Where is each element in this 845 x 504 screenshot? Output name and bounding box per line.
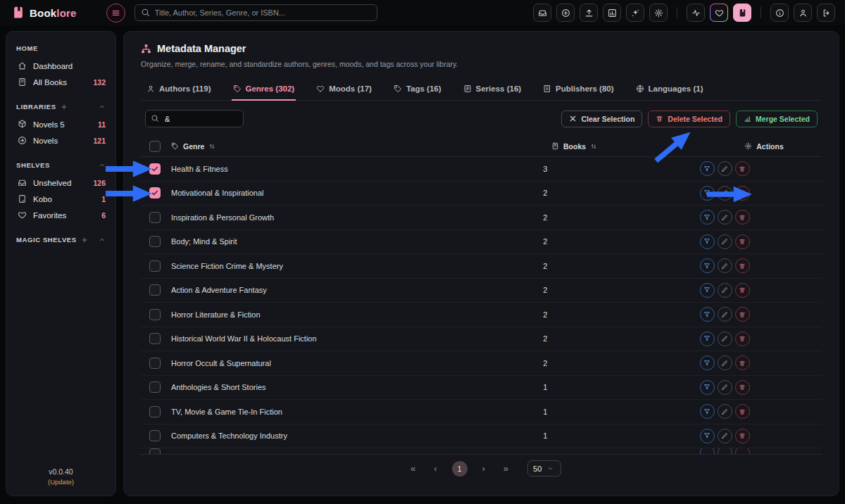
row-delete-button[interactable] bbox=[735, 448, 750, 454]
page-next-button[interactable]: › bbox=[473, 463, 494, 474]
logout-button[interactable] bbox=[817, 4, 835, 22]
account-button[interactable] bbox=[794, 4, 812, 22]
row-edit-button[interactable] bbox=[718, 404, 732, 419]
row-delete-button[interactable] bbox=[735, 404, 750, 419]
chevron-up-icon[interactable] bbox=[99, 103, 106, 111]
update-link[interactable]: (Update) bbox=[6, 478, 115, 486]
row-merge-button[interactable] bbox=[700, 258, 715, 273]
add-library-icon[interactable] bbox=[61, 103, 68, 111]
row-merge-button[interactable] bbox=[700, 429, 715, 443]
sidebar-item-all-books[interactable]: All Books 132 bbox=[15, 74, 107, 90]
add-magic-shelf-icon[interactable] bbox=[81, 237, 88, 244]
row-checkbox[interactable] bbox=[149, 448, 161, 454]
activity-button[interactable] bbox=[687, 4, 705, 22]
row-merge-button[interactable] bbox=[700, 161, 715, 176]
row-checkbox[interactable] bbox=[149, 212, 161, 223]
row-edit-button[interactable] bbox=[718, 355, 732, 370]
row-delete-button[interactable] bbox=[735, 258, 750, 273]
page-size-select[interactable]: 50 bbox=[527, 460, 561, 477]
row-merge-button[interactable] bbox=[700, 355, 715, 370]
row-checkbox[interactable] bbox=[149, 187, 161, 199]
row-delete-button[interactable] bbox=[735, 210, 750, 225]
tab-publishers[interactable]: Publishers (80) bbox=[542, 80, 615, 101]
select-all-checkbox[interactable] bbox=[149, 141, 161, 152]
delete-selected-button[interactable]: Delete Selected bbox=[648, 111, 730, 127]
genre-filter-input[interactable] bbox=[145, 110, 244, 127]
row-merge-button[interactable] bbox=[700, 332, 715, 346]
tab-tags[interactable]: Tags (16) bbox=[392, 80, 443, 101]
add-button[interactable] bbox=[556, 4, 575, 22]
row-edit-button[interactable] bbox=[718, 210, 732, 225]
library-button[interactable] bbox=[733, 4, 751, 22]
row-delete-button[interactable] bbox=[735, 307, 750, 322]
sidebar-item-favorites[interactable]: Favorites 6 bbox=[15, 207, 107, 223]
global-search-input[interactable] bbox=[134, 4, 377, 21]
row-edit-button[interactable] bbox=[718, 161, 732, 176]
row-delete-button[interactable] bbox=[735, 380, 750, 395]
row-delete-button[interactable] bbox=[735, 429, 750, 443]
page-number-button[interactable]: 1 bbox=[452, 461, 468, 477]
tab-authors[interactable]: Authors (119) bbox=[145, 80, 213, 101]
row-merge-button[interactable] bbox=[700, 234, 715, 249]
row-checkbox[interactable] bbox=[149, 163, 161, 175]
sidebar-item-kobo[interactable]: Kobo 1 bbox=[15, 191, 107, 207]
row-checkbox[interactable] bbox=[149, 309, 161, 320]
row-checkbox[interactable] bbox=[149, 382, 161, 393]
row-delete-button[interactable] bbox=[735, 186, 750, 201]
page-last-button[interactable]: » bbox=[494, 463, 518, 474]
row-merge-button[interactable] bbox=[700, 283, 715, 298]
chevron-up-icon[interactable] bbox=[99, 237, 106, 244]
sidebar-item-unshelved[interactable]: Unshelved 126 bbox=[15, 175, 107, 191]
row-checkbox[interactable] bbox=[149, 406, 161, 417]
row-delete-button[interactable] bbox=[735, 332, 750, 346]
clear-selection-button[interactable]: Clear Selection bbox=[561, 111, 642, 127]
chevron-up-icon[interactable] bbox=[99, 162, 106, 169]
sidebar-item-novels[interactable]: Novels 121 bbox=[15, 132, 107, 149]
row-merge-button[interactable] bbox=[700, 448, 715, 454]
row-edit-button[interactable] bbox=[718, 380, 732, 395]
sidebar-item-novels-5[interactable]: Novels 5 11 bbox=[15, 116, 107, 132]
row-merge-button[interactable] bbox=[700, 380, 715, 395]
row-edit-button[interactable] bbox=[718, 332, 732, 346]
upload-button[interactable] bbox=[580, 4, 598, 22]
sidebar-item-dashboard[interactable]: Dashboard bbox=[15, 58, 107, 74]
stats-button[interactable] bbox=[603, 4, 621, 22]
tab-genres[interactable]: Genres (302) bbox=[232, 80, 296, 101]
books-column-header[interactable]: Books bbox=[551, 142, 692, 151]
row-edit-button[interactable] bbox=[718, 234, 732, 249]
page-prev-button[interactable]: ‹ bbox=[425, 463, 446, 474]
row-checkbox[interactable] bbox=[149, 358, 161, 369]
row-edit-button[interactable] bbox=[718, 429, 732, 443]
sidebar-toggle-button[interactable] bbox=[106, 4, 125, 23]
sort-icon[interactable] bbox=[590, 143, 597, 150]
row-edit-button[interactable] bbox=[718, 307, 732, 322]
settings-button[interactable] bbox=[649, 4, 668, 22]
row-merge-button[interactable] bbox=[700, 307, 715, 322]
tab-seriess[interactable]: Seriess (16) bbox=[462, 80, 523, 101]
row-merge-button[interactable] bbox=[700, 186, 715, 201]
row-delete-button[interactable] bbox=[735, 355, 750, 370]
merge-selected-button[interactable]: Merge Selected bbox=[736, 111, 818, 127]
row-checkbox[interactable] bbox=[149, 430, 161, 441]
magic-button[interactable] bbox=[626, 4, 644, 22]
row-edit-button[interactable] bbox=[718, 258, 732, 273]
row-checkbox[interactable] bbox=[149, 260, 161, 272]
row-delete-button[interactable] bbox=[735, 234, 750, 249]
favorites-button[interactable] bbox=[710, 4, 728, 22]
row-merge-button[interactable] bbox=[700, 404, 715, 419]
row-edit-button[interactable] bbox=[718, 283, 732, 298]
row-checkbox[interactable] bbox=[149, 284, 161, 296]
row-edit-button[interactable] bbox=[718, 186, 732, 201]
inbox-button[interactable] bbox=[533, 4, 551, 22]
genre-column-header[interactable]: Genre bbox=[171, 142, 551, 151]
row-delete-button[interactable] bbox=[735, 283, 750, 298]
info-button[interactable] bbox=[770, 4, 789, 22]
row-delete-button[interactable] bbox=[735, 161, 750, 176]
row-merge-button[interactable] bbox=[700, 210, 715, 225]
tab-languages[interactable]: Languages (1) bbox=[634, 80, 705, 101]
sort-icon[interactable] bbox=[208, 143, 215, 150]
app-logo[interactable]: Booklore bbox=[11, 6, 77, 20]
page-first-button[interactable]: « bbox=[401, 463, 425, 474]
row-checkbox[interactable] bbox=[149, 236, 161, 247]
tab-moods[interactable]: Moods (17) bbox=[315, 80, 373, 101]
